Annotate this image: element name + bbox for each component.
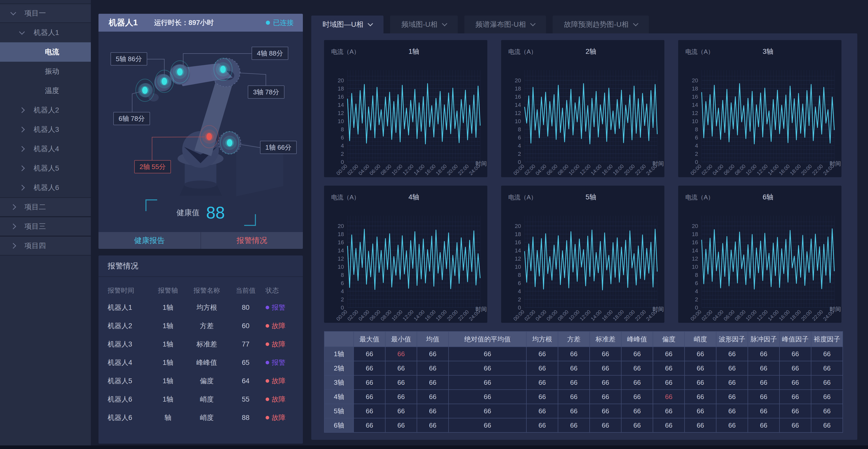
chart-card-2轴[interactable]: 电流（A）2轴0246810121416182000:0002:0004:000… xyxy=(501,40,664,177)
y-tick-label: 14 xyxy=(338,247,344,254)
sidebar-item-机器人3[interactable]: 机器人3 xyxy=(0,120,91,139)
sidebar-item-项目二[interactable]: 项目二 xyxy=(0,197,91,217)
alarm-time: 机器人3 xyxy=(98,340,152,349)
connected-dot-icon xyxy=(266,21,270,25)
stats-cell: 66 xyxy=(653,390,685,404)
alarm-row[interactable]: 机器人21轴方差60故障 xyxy=(98,317,303,335)
axis-alarm-dot-icon xyxy=(207,133,212,140)
stats-col-header: 方差 xyxy=(558,331,590,347)
x-tick-label: 18:00 xyxy=(435,309,448,322)
alarm-row[interactable]: 机器人31轴标准差77故障 xyxy=(98,335,303,353)
alarm-col-header: 当前值 xyxy=(229,286,262,295)
alarm-col-header: 报警名称 xyxy=(184,286,229,295)
x-tick-label: 14:00 xyxy=(412,163,426,176)
stats-cell: 66 xyxy=(779,404,811,418)
sidebar-item-机器人5[interactable]: 机器人5 xyxy=(0,159,91,178)
stats-cell: 66 xyxy=(653,404,685,418)
sidebar-tree: 项目一机器人1电流振动温度机器人2机器人3机器人4机器人5机器人6项目二项目三项… xyxy=(0,0,91,255)
sidebar-item-温度[interactable]: 温度 xyxy=(0,81,91,100)
sidebar-item-机器人2[interactable]: 机器人2 xyxy=(0,100,91,120)
sidebar-item-label: 机器人1 xyxy=(34,28,59,37)
x-tick-label: 12:00 xyxy=(402,163,414,176)
machine-panel: 机器人1 运行时长：897小时 已连接 5轴 86分4轴 88分3轴 78分6轴… xyxy=(98,14,303,249)
status-dot-icon xyxy=(266,324,269,328)
stats-cell: 66 xyxy=(779,361,811,375)
y-tick-label: 6 xyxy=(341,280,344,286)
y-tick-label: 2 xyxy=(341,151,344,157)
chart-card-6轴[interactable]: 电流（A）6轴0246810121416182000:0002:0004:000… xyxy=(678,186,841,323)
x-tick-label: 22:00 xyxy=(634,309,647,322)
chart-title: 3轴 xyxy=(763,48,773,55)
y-tick-label: 16 xyxy=(338,94,344,100)
alarm-row[interactable]: 机器人11轴均方根80报警 xyxy=(98,298,303,317)
alarm-row[interactable]: 机器人6轴峭度88故障 xyxy=(98,409,303,427)
sidebar-item-项目三[interactable]: 项目三 xyxy=(0,217,91,236)
alarm-status-button[interactable]: 报警情况 xyxy=(200,232,303,249)
tab-故障预测趋势图-U相[interactable]: 故障预测趋势图-U相 xyxy=(553,15,649,33)
x-tick-label: 22:00 xyxy=(811,309,824,322)
stats-cell: 66 xyxy=(590,418,621,432)
health-value: 88 xyxy=(206,203,225,222)
y-tick-label: 4 xyxy=(518,288,521,294)
alarm-axis: 1轴 xyxy=(152,321,184,330)
x-tick-label: 14:00 xyxy=(767,163,780,176)
alarm-row[interactable]: 机器人41轴峰峰值65报警 xyxy=(98,353,303,372)
chart-svg-4轴: 电流（A）4轴0246810121416182000:0002:0004:000… xyxy=(324,186,487,323)
alarm-row[interactable]: 机器人51轴偏度64故障 xyxy=(98,372,303,390)
x-tick-label: 14:00 xyxy=(767,309,780,322)
y-tick-label: 12 xyxy=(515,110,521,116)
y-tick-label: 10 xyxy=(515,264,521,270)
status-dot-icon xyxy=(266,343,269,346)
y-tick-label: 2 xyxy=(518,151,521,157)
chart-card-4轴[interactable]: 电流（A）4轴0246810121416182000:0002:0004:000… xyxy=(324,186,487,323)
stats-cell: 66 xyxy=(621,347,653,361)
stats-axis-label: 6轴 xyxy=(324,418,353,432)
alarm-row[interactable]: 机器人61轴峭度55故障 xyxy=(98,390,303,409)
leader-line-axis3 xyxy=(239,73,266,86)
alarm-value: 88 xyxy=(229,414,262,422)
sidebar-item-振动[interactable]: 振动 xyxy=(0,62,91,81)
x-tick-label: 20:00 xyxy=(623,163,636,176)
x-tick-label: 20:00 xyxy=(446,309,459,322)
stats-cell: 66 xyxy=(526,375,558,390)
x-tick-label: 10:00 xyxy=(745,163,758,176)
x-tick-label: 22:00 xyxy=(634,163,647,176)
stats-axis-label: 2轴 xyxy=(324,361,353,375)
sidebar-item-机器人6[interactable]: 机器人6 xyxy=(0,178,91,197)
y-tick-label: 6 xyxy=(695,134,698,141)
sidebar-item-项目一[interactable]: 项目一 xyxy=(0,4,91,23)
stats-cell: 66 xyxy=(748,390,779,404)
tab-频域图-U相[interactable]: 频域图-U相 xyxy=(390,15,458,33)
stats-cell: 66 xyxy=(417,375,448,390)
sidebar-item-机器人1[interactable]: 机器人1 xyxy=(0,23,91,42)
sidebar-item-项目四[interactable]: 项目四 xyxy=(0,236,91,255)
alarm-status-badge: 故障 xyxy=(262,321,303,330)
chart-card-5轴[interactable]: 电流（A）5轴0246810121416182000:0002:0004:000… xyxy=(501,186,664,323)
stats-row-1轴: 1轴6666666666666666666666666666 xyxy=(324,347,843,361)
stats-cell: 66 xyxy=(448,418,526,432)
sidebar: 项目一机器人1电流振动温度机器人2机器人3机器人4机器人5机器人6项目二项目三项… xyxy=(0,0,91,445)
tab-频谱瀑布图-U相[interactable]: 频谱瀑布图-U相 xyxy=(464,15,546,33)
y-tick-label: 8 xyxy=(518,272,521,278)
stats-cell: 66 xyxy=(685,347,716,361)
stats-cell: 66 xyxy=(448,347,526,361)
stats-col-header: 裕度因子 xyxy=(811,331,843,347)
chart-card-3轴[interactable]: 电流（A）3轴0246810121416182000:0002:0004:000… xyxy=(678,40,841,177)
stats-axis-label: 5轴 xyxy=(324,404,353,418)
health-report-button[interactable]: 健康报告 xyxy=(98,232,200,249)
sidebar-item-label: 项目三 xyxy=(25,222,46,231)
tab-时域图—U相[interactable]: 时域图—U相 xyxy=(311,15,383,33)
stats-axis-label: 1轴 xyxy=(324,347,353,361)
x-tick-label: 18:00 xyxy=(789,309,802,322)
stats-cell: 66 xyxy=(353,418,385,432)
x-tick-label: 02:00 xyxy=(523,309,536,322)
stats-cell: 66 xyxy=(811,347,843,361)
sidebar-item-机器人4[interactable]: 机器人4 xyxy=(0,139,91,159)
chevron-down-icon xyxy=(10,10,16,15)
stats-cell: 66 xyxy=(448,361,526,375)
stats-cell: 66 xyxy=(353,375,385,390)
stats-cell: 66 xyxy=(779,347,811,361)
chart-card-1轴[interactable]: 电流（A）1轴0246810121416182000:0002:0004:000… xyxy=(324,40,487,177)
sidebar-item-电流[interactable]: 电流 xyxy=(0,42,91,62)
y-tick-label: 12 xyxy=(515,255,521,262)
